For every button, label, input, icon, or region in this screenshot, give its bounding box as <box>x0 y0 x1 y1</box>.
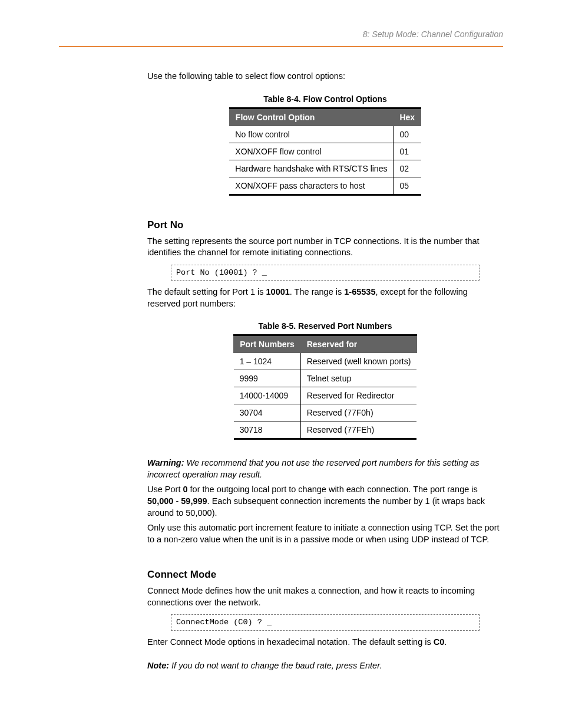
cell: 05 <box>394 177 421 195</box>
cell: 14000-14009 <box>234 387 301 404</box>
cell: XON/XOFF flow control <box>229 143 394 160</box>
cell: 1 – 1024 <box>234 353 301 370</box>
table-row: 30704Reserved (77F0h) <box>234 404 417 421</box>
text: The default setting for Port 1 is <box>147 287 266 297</box>
cell: 9999 <box>234 370 301 387</box>
flow-control-table: Flow Control Option Hex No flow control0… <box>229 107 421 196</box>
value: 0 <box>183 485 187 494</box>
text: - <box>173 496 181 506</box>
cell: Telnet setup <box>300 370 416 387</box>
cell: Reserved (77F0h) <box>300 404 416 421</box>
cell: 30704 <box>234 404 301 421</box>
note-text: If you do not want to change the baud ra… <box>169 661 382 670</box>
intro-text: Use the following table to select flow c… <box>147 71 503 83</box>
value: C0 <box>434 637 445 647</box>
cell: Reserved for Redirector <box>300 387 416 404</box>
table-row: XON/XOFF flow control01 <box>229 143 421 160</box>
table-header: Port Numbers <box>234 335 301 353</box>
table-caption: Table 8-5. Reserved Port Numbers <box>147 321 503 331</box>
value: 59,999 <box>181 496 207 506</box>
port-no-default: The default setting for Port 1 is 10001.… <box>147 286 503 309</box>
section-title-connect-mode: Connect Mode <box>147 569 503 581</box>
cell: XON/XOFF pass characters to host <box>229 177 394 195</box>
text: . <box>444 637 447 647</box>
cell: 00 <box>394 126 421 143</box>
port-no-desc: The setting represents the source port n… <box>147 236 503 259</box>
note-paragraph: Note: If you do not want to change the b… <box>147 660 503 672</box>
table-row: Hardware handshake with RTS/CTS lines02 <box>229 160 421 177</box>
cell: No flow control <box>229 126 394 143</box>
table-caption: Table 8-4. Flow Control Options <box>147 94 503 104</box>
value: 10001 <box>266 287 290 297</box>
table-header: Flow Control Option <box>229 108 394 126</box>
cell: 30718 <box>234 421 301 439</box>
page: 8: Setup Mode: Channel Configuration Use… <box>0 0 562 728</box>
reserved-ports-table: Port Numbers Reserved for 1 – 1024Reserv… <box>233 334 417 440</box>
cell: Reserved (77FEh) <box>300 421 416 439</box>
cell: 02 <box>394 160 421 177</box>
cell: 01 <box>394 143 421 160</box>
table-row: XON/XOFF pass characters to host05 <box>229 177 421 195</box>
cell: Hardware handshake with RTS/CTS lines <box>229 160 394 177</box>
table-row: No flow control00 <box>229 126 421 143</box>
section-title-port-no: Port No <box>147 219 503 231</box>
table-row: 14000-14009Reserved for Redirector <box>234 387 417 404</box>
warning-paragraph: Warning: We recommend that you not use t… <box>147 457 503 480</box>
only-paragraph: Only use this automatic port increment f… <box>147 522 503 545</box>
table-header: Hex <box>394 108 421 126</box>
table-header: Reserved for <box>300 335 416 353</box>
table-row: 30718Reserved (77FEh) <box>234 421 417 439</box>
text: . The range is <box>290 287 344 297</box>
use-port-paragraph: Use Port 0 for the outgoing local port t… <box>147 484 503 519</box>
value: 1-65535 <box>344 287 375 297</box>
text: Use Port <box>147 485 183 494</box>
code-box-port: Port No (10001) ? _ <box>171 265 480 281</box>
text: Enter Connect Mode options in hexadecima… <box>147 637 434 647</box>
value: 50,000 <box>147 496 173 506</box>
warning-text: We recommend that you not use the reserv… <box>147 458 480 479</box>
text: for the outgoing local port to change wi… <box>188 485 478 494</box>
header-text: 8: Setup Mode: Channel Configuration <box>59 29 503 41</box>
table-row: 1 – 1024Reserved (well known ports) <box>234 353 417 370</box>
table-row: 9999Telnet setup <box>234 370 417 387</box>
content-area: Use the following table to select flow c… <box>147 71 503 671</box>
connect-mode-desc: Connect Mode defines how the unit makes … <box>147 585 503 608</box>
warning-label: Warning: <box>147 458 184 467</box>
code-box-connect: ConnectMode (C0) ? _ <box>171 614 480 631</box>
cell: Reserved (well known ports) <box>300 353 416 370</box>
page-header: 8: Setup Mode: Channel Configuration <box>59 29 503 47</box>
note-label: Note: <box>147 661 169 670</box>
connect-mode-hex: Enter Connect Mode options in hexadecima… <box>147 637 503 648</box>
